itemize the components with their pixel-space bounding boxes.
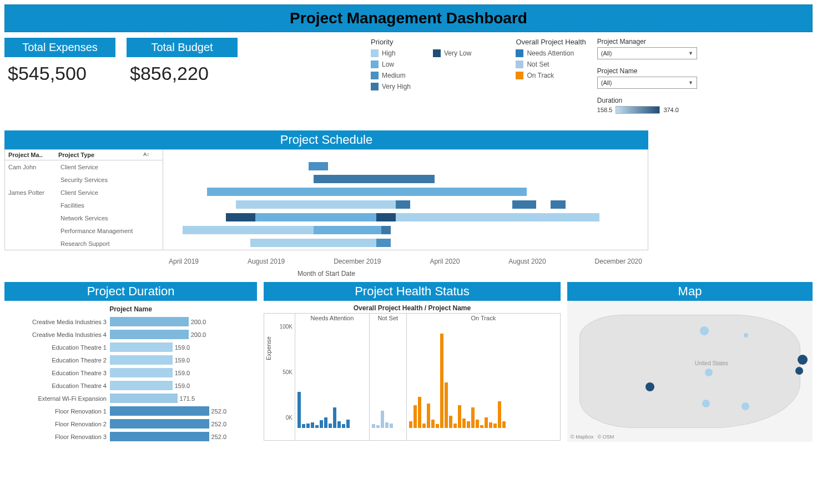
legend-item[interactable]: Very High bbox=[371, 83, 411, 90]
health-bar[interactable] bbox=[445, 382, 448, 428]
health-bar[interactable] bbox=[431, 420, 435, 428]
gantt-bar[interactable] bbox=[226, 213, 255, 221]
legend-item[interactable]: Low bbox=[371, 61, 411, 68]
health-bar[interactable] bbox=[381, 411, 384, 428]
health-bar[interactable] bbox=[502, 421, 506, 428]
legend-item[interactable]: Needs Attention bbox=[516, 49, 586, 57]
health-bar[interactable] bbox=[413, 405, 417, 428]
health-bar[interactable] bbox=[476, 420, 479, 428]
gantt-bar[interactable] bbox=[512, 200, 537, 209]
health-bar[interactable] bbox=[306, 424, 310, 429]
health-bar[interactable] bbox=[462, 419, 466, 428]
gantt-bar[interactable] bbox=[381, 226, 391, 234]
health-bar[interactable] bbox=[422, 424, 426, 429]
gantt-row[interactable] bbox=[163, 185, 648, 198]
gantt-row[interactable] bbox=[163, 224, 648, 236]
legend-item[interactable]: Medium bbox=[371, 72, 411, 79]
health-bar[interactable] bbox=[302, 424, 305, 428]
duration-row[interactable]: Floor Renovation 1252.0 bbox=[4, 405, 257, 417]
health-bar[interactable] bbox=[376, 425, 380, 428]
duration-row[interactable]: Education Theatre 3159.0 bbox=[4, 366, 257, 379]
map-dot[interactable] bbox=[700, 326, 709, 335]
gantt-bar[interactable] bbox=[309, 162, 328, 170]
health-bar[interactable] bbox=[471, 407, 475, 428]
duration-row[interactable]: External Wi-Fi Expansion171.5 bbox=[4, 392, 257, 405]
gantt-row[interactable] bbox=[163, 198, 648, 211]
health-bar[interactable] bbox=[458, 405, 461, 428]
gantt-bar[interactable] bbox=[396, 213, 599, 221]
health-bar[interactable] bbox=[418, 397, 421, 428]
axis-tick: August 2020 bbox=[508, 258, 546, 265]
duration-row[interactable]: Creative Media Industries 4200.0 bbox=[4, 328, 257, 341]
gantt-bar[interactable] bbox=[396, 200, 410, 209]
gantt-row[interactable] bbox=[163, 173, 648, 185]
health-bar[interactable] bbox=[485, 417, 488, 428]
gantt-row[interactable] bbox=[163, 236, 648, 249]
health-bar[interactable] bbox=[453, 424, 457, 429]
duration-row[interactable]: Education Theatre 1159.0 bbox=[4, 341, 257, 354]
sort-icon[interactable]: A↕ bbox=[143, 152, 149, 158]
map-dot[interactable] bbox=[702, 400, 710, 407]
swatch-icon bbox=[516, 49, 523, 57]
health-bar[interactable] bbox=[480, 425, 483, 428]
gantt-bar[interactable] bbox=[376, 213, 396, 221]
health-bar[interactable] bbox=[320, 420, 323, 428]
legend-health: Overall Project Health Needs AttentionNo… bbox=[516, 38, 586, 90]
gantt-bar[interactable] bbox=[314, 226, 381, 234]
health-bar[interactable] bbox=[498, 401, 501, 428]
health-bar[interactable] bbox=[436, 424, 439, 428]
health-bar[interactable] bbox=[409, 421, 412, 428]
health-bar[interactable] bbox=[329, 424, 332, 429]
map-dot[interactable] bbox=[705, 369, 713, 376]
gantt-bar[interactable] bbox=[376, 239, 391, 247]
duration-row[interactable]: Creative Media Industries 3200.0 bbox=[4, 315, 257, 328]
duration-label: External Wi-Fi Expansion bbox=[4, 395, 110, 402]
duration-row[interactable]: Education Theatre 4159.0 bbox=[4, 379, 257, 392]
health-bar[interactable] bbox=[449, 416, 452, 428]
filter-project-manager-dropdown[interactable]: (All) ▼ bbox=[597, 47, 697, 59]
legend-item[interactable]: On Track bbox=[516, 72, 586, 79]
map-dot[interactable] bbox=[798, 355, 808, 365]
health-bar[interactable] bbox=[489, 422, 492, 428]
filter-project-name-dropdown[interactable]: (All) ▼ bbox=[597, 77, 697, 89]
health-bar[interactable] bbox=[333, 407, 336, 428]
health-bar[interactable] bbox=[385, 422, 389, 428]
kpi-expenses-label: Total Expenses bbox=[4, 38, 115, 57]
gantt-bar[interactable] bbox=[255, 213, 376, 221]
health-bar[interactable] bbox=[493, 424, 497, 429]
map-dot[interactable] bbox=[742, 402, 749, 410]
gantt-bar[interactable] bbox=[551, 200, 565, 209]
schedule-col-manager[interactable]: Project Ma.. bbox=[8, 152, 58, 158]
map-canvas[interactable]: United States © Mapbox © OSM bbox=[567, 301, 813, 442]
gantt-bar[interactable] bbox=[314, 175, 435, 183]
health-bar[interactable] bbox=[297, 392, 301, 428]
gantt-bar[interactable] bbox=[250, 239, 376, 247]
duration-row[interactable]: Floor Renovation 3252.0 bbox=[4, 430, 257, 443]
duration-row[interactable]: Education Theatre 2159.0 bbox=[4, 354, 257, 366]
health-bar[interactable] bbox=[346, 420, 350, 428]
health-bar[interactable] bbox=[440, 334, 443, 428]
gantt-bar[interactable] bbox=[207, 188, 527, 196]
legend-item[interactable]: High bbox=[371, 49, 411, 57]
health-bar[interactable] bbox=[372, 424, 375, 428]
legend-item[interactable]: Not Set bbox=[516, 61, 586, 68]
health-bar[interactable] bbox=[390, 424, 393, 429]
duration-row[interactable]: Floor Renovation 2252.0 bbox=[4, 417, 257, 430]
schedule-col-type[interactable]: Project Type bbox=[58, 152, 94, 158]
gantt-bar[interactable] bbox=[236, 200, 396, 209]
health-bar[interactable] bbox=[337, 421, 341, 428]
health-bar[interactable] bbox=[427, 404, 430, 428]
health-bar[interactable] bbox=[342, 424, 345, 428]
legend-label: Medium bbox=[382, 72, 406, 79]
health-bar[interactable] bbox=[467, 421, 470, 428]
map-dot[interactable] bbox=[795, 367, 803, 375]
health-bar[interactable] bbox=[315, 425, 319, 428]
ytick: 50K bbox=[283, 369, 292, 375]
gantt-bar[interactable] bbox=[183, 226, 314, 234]
gantt-row[interactable] bbox=[163, 160, 648, 173]
gantt-row[interactable] bbox=[163, 211, 648, 224]
health-bar[interactable] bbox=[311, 422, 314, 428]
legend-duration-label: Duration bbox=[597, 97, 708, 104]
health-bar[interactable] bbox=[324, 417, 327, 428]
legend-item[interactable]: Very Low bbox=[433, 49, 471, 57]
